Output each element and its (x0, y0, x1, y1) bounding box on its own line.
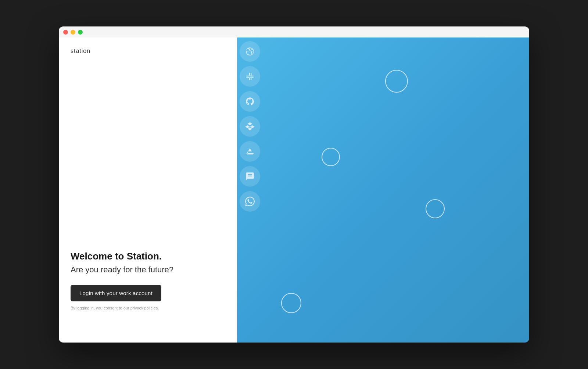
window-body: station Welcome to Station. Are you read… (59, 37, 529, 343)
right-panel (237, 37, 529, 343)
titlebar (59, 26, 529, 37)
welcome-section: Welcome to Station. Are you ready for th… (71, 251, 225, 310)
whatsapp-icon[interactable] (240, 191, 260, 212)
minimize-button[interactable] (71, 30, 75, 35)
decorative-circle-4 (281, 293, 301, 313)
login-button[interactable]: Login with your work account (71, 285, 161, 301)
app-logo: station (71, 48, 90, 54)
logo-area: station (71, 48, 225, 54)
decorative-circle-3 (426, 199, 445, 218)
dribbble-icon[interactable] (240, 41, 260, 62)
close-button[interactable] (63, 30, 68, 35)
dropbox-icon[interactable] (240, 116, 260, 137)
quote-icon[interactable] (240, 166, 260, 187)
app-window: station Welcome to Station. Are you read… (59, 26, 529, 343)
welcome-subtitle: Are you ready for the future? (71, 265, 225, 275)
left-panel: station Welcome to Station. Are you read… (59, 37, 237, 343)
drive-icon[interactable] (240, 141, 260, 162)
icon-sidebar (237, 37, 263, 343)
welcome-title: Welcome to Station. (71, 251, 225, 262)
decorative-circle-1 (385, 70, 408, 93)
privacy-notice: By logging in, you consent to our privac… (71, 306, 225, 310)
maximize-button[interactable] (78, 30, 83, 35)
privacy-link[interactable]: our privacy policies (123, 306, 158, 310)
slack-icon[interactable] (240, 66, 260, 87)
decorative-circle-2 (322, 148, 340, 166)
github-icon[interactable] (240, 91, 260, 112)
